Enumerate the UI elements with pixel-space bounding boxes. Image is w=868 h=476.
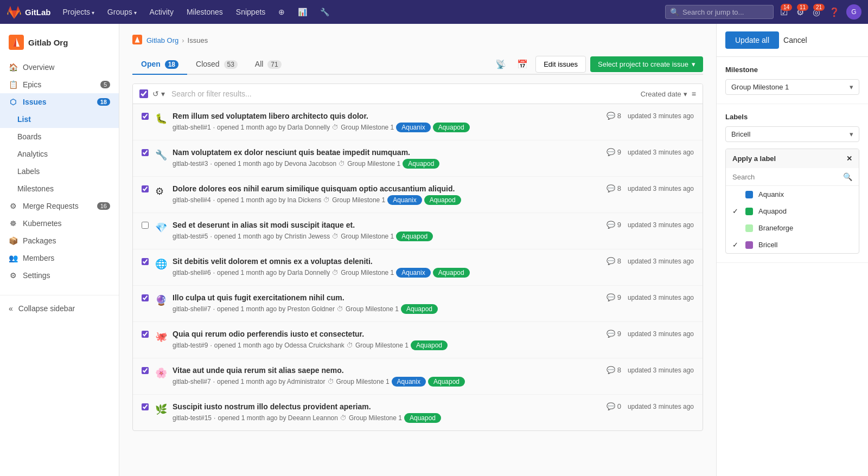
rss-button[interactable]: 📡	[492, 56, 509, 73]
nav-icon-3[interactable]: 🔧	[315, 4, 335, 20]
nav-activity[interactable]: Activity	[144, 4, 179, 20]
issue-checkbox[interactable]	[142, 367, 149, 374]
issue-body: Rem illum sed voluptatem libero architec…	[173, 112, 600, 132]
issue-title[interactable]: Quia qui rerum odio perferendis iusto et…	[173, 330, 600, 338]
nav-milestones[interactable]: Milestones	[181, 4, 228, 20]
select-all-checkbox[interactable]	[139, 89, 148, 98]
issue-row[interactable]: 💎 Sed et deserunt in alias sit modi susc…	[133, 213, 703, 249]
sidebar-item-kubernetes[interactable]: ☸ Kubernetes	[0, 215, 119, 232]
milestone-arrow-icon: ▾	[850, 83, 853, 91]
issue-row[interactable]: ⚙ Dolore dolores eos nihil earum similiq…	[133, 177, 703, 213]
gitlab-logo[interactable]: GitLab	[7, 4, 51, 20]
help-icon[interactable]: ❓	[827, 5, 842, 20]
sidebar-item-labels[interactable]: Labels	[0, 163, 119, 180]
label-badge: Aquanix	[392, 377, 426, 387]
issue-title[interactable]: Suscipit iusto nostrum illo delectus pro…	[173, 402, 600, 411]
issues-icon[interactable]: ◎ 21	[810, 5, 822, 20]
issue-milestone: Group Milestone 1	[355, 342, 409, 349]
issue-row[interactable]: 🌿 Suscipit iusto nostrum illo delectus p…	[133, 395, 703, 430]
issue-comments: 💬 0	[607, 402, 621, 410]
todo-icon[interactable]: ☑ 14	[778, 5, 790, 20]
label-option[interactable]: Aquanix	[726, 186, 859, 203]
sidebar-item-list[interactable]: List	[0, 111, 119, 128]
issue-checkbox[interactable]	[142, 149, 149, 156]
issue-title[interactable]: Illo culpa ut quis fugit exercitationem …	[173, 293, 600, 302]
labels-select[interactable]: Bricell ▾	[725, 126, 859, 142]
nav-groups[interactable]: Groups	[102, 4, 142, 20]
nav-projects[interactable]: Projects	[58, 4, 100, 20]
issue-row[interactable]: 🔧 Nam voluptatem ex dolor nesciunt quis …	[133, 140, 703, 177]
nav-icon-1[interactable]: ⊕	[273, 4, 290, 20]
label-search-input[interactable]	[732, 173, 840, 181]
issue-checkbox[interactable]	[142, 331, 149, 338]
issue-ref: gitlab-shell#7	[173, 378, 211, 385]
issue-checkbox[interactable]	[142, 222, 149, 229]
sidebar-item-merge-requests[interactable]: ⚙ Merge Requests 16	[0, 197, 119, 215]
sidebar-item-members[interactable]: 👥 Members	[0, 249, 119, 267]
tab-closed[interactable]: Closed 53	[187, 54, 246, 75]
label-option[interactable]: ✓ Bricell	[726, 236, 859, 253]
label-option[interactable]: Braneforge	[726, 220, 859, 236]
label-search: 🔍	[726, 168, 859, 186]
issue-row[interactable]: 🌐 Sit debitis velit dolorem et omnis ex …	[133, 249, 703, 286]
sort-dropdown[interactable]: Created date ▾	[641, 90, 687, 98]
issue-checkbox[interactable]	[142, 403, 149, 410]
issue-milestone: Group Milestone 1	[336, 378, 390, 385]
calendar-button[interactable]: 📅	[514, 56, 531, 73]
issue-title[interactable]: Sit debitis velit dolorem et omnis ex a …	[173, 257, 600, 266]
tab-all[interactable]: All 71	[246, 54, 290, 75]
sidebar-item-issues[interactable]: ⬡ Issues 18	[0, 93, 119, 111]
issue-dot: ·	[213, 124, 215, 131]
sidebar-item-analytics[interactable]: Analytics	[0, 145, 119, 163]
breadcrumb-org-link[interactable]: Gitlab Org	[146, 36, 178, 44]
close-dropdown-icon[interactable]: ✕	[846, 155, 852, 163]
nav-icon-2[interactable]: 📊	[292, 4, 312, 20]
issue-dot: ·	[213, 269, 215, 276]
collapse-sidebar-btn[interactable]: « Collapse sidebar	[0, 300, 119, 317]
create-issue-button[interactable]: Select project to create issue ▾	[590, 56, 703, 72]
nav-snippets[interactable]: Snippets	[231, 4, 271, 20]
issue-row[interactable]: 🌸 Vitae aut unde quia rerum sit alias sa…	[133, 358, 703, 395]
sidebar-item-boards[interactable]: Boards	[0, 128, 119, 145]
issue-title[interactable]: Nam voluptatem ex dolor nesciunt quis be…	[173, 148, 600, 157]
edit-issues-button[interactable]: Edit issues	[535, 56, 586, 73]
issue-checkbox[interactable]	[142, 113, 149, 120]
global-search[interactable]: 🔍	[665, 5, 774, 19]
sidebar-item-epics[interactable]: 📋 Epics 5	[0, 76, 119, 93]
issue-row[interactable]: 🐛 Rem illum sed voluptatem libero archit…	[133, 104, 703, 140]
issue-title[interactable]: Dolore dolores eos nihil earum similique…	[173, 184, 600, 193]
issue-checkbox[interactable]	[142, 258, 149, 265]
filter-row: ↺ ▾ Created date ▾ ≡	[133, 84, 703, 104]
label-color-dot	[745, 208, 753, 215]
issue-comments: 💬 9	[607, 221, 621, 229]
sidebar-item-overview[interactable]: 🏠 Overview	[0, 59, 119, 76]
sidebar-item-packages[interactable]: 📦 Packages	[0, 232, 119, 249]
update-all-button[interactable]: Update all	[725, 31, 779, 49]
issue-row[interactable]: 🔮 Illo culpa ut quis fugit exercitatione…	[133, 286, 703, 322]
label-color-dot	[745, 191, 753, 198]
cancel-button[interactable]: Cancel	[783, 36, 807, 44]
view-options-icon[interactable]: ≡	[692, 89, 696, 98]
milestone-select[interactable]: Group Milestone 1 ▾	[725, 79, 859, 95]
issue-title[interactable]: Vitae aut unde quia rerum sit alias saep…	[173, 366, 600, 375]
sidebar-label-list: List	[17, 115, 31, 124]
collapse-label: Collapse sidebar	[18, 304, 75, 313]
tab-open[interactable]: Open 18	[132, 54, 187, 75]
merge-icon[interactable]: ⚙ 11	[794, 5, 806, 20]
issue-title[interactable]: Rem illum sed voluptatem libero architec…	[173, 112, 600, 120]
sidebar-label-issues: Issues	[23, 98, 47, 106]
issue-checkbox[interactable]	[142, 294, 149, 301]
label-option[interactable]: ✓ Aquapod	[726, 203, 859, 220]
sidebar-item-milestones[interactable]: Milestones	[0, 180, 119, 197]
issue-opened: opened 1 month ago by Odessa Cruickshank	[214, 342, 344, 349]
issue-row[interactable]: 🐙 Quia qui rerum odio perferendis iusto …	[133, 322, 703, 358]
search-input[interactable]	[682, 8, 769, 16]
filter-sort-icon[interactable]: ↺ ▾	[148, 89, 169, 98]
sidebar-label-epics: Epics	[23, 80, 41, 89]
org-header[interactable]: Gitlab Org	[0, 30, 119, 59]
avatar[interactable]: G	[846, 4, 861, 20]
sidebar-item-settings[interactable]: ⚙ Settings	[0, 267, 119, 284]
issue-checkbox[interactable]	[142, 185, 149, 192]
filter-search-input[interactable]	[169, 84, 641, 104]
issue-title[interactable]: Sed et deserunt in alias sit modi suscip…	[173, 221, 600, 229]
